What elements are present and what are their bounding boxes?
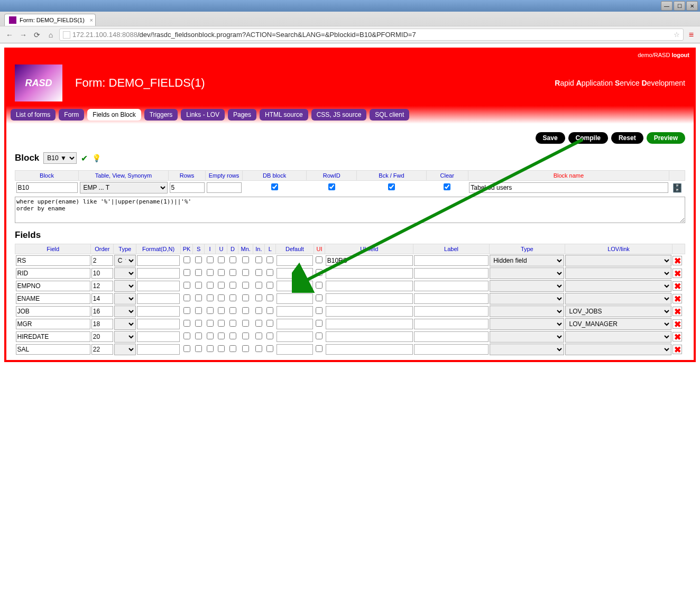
mn-checkbox[interactable] bbox=[242, 320, 249, 327]
uifield-input[interactable] bbox=[326, 331, 413, 342]
i-checkbox[interactable] bbox=[207, 345, 214, 352]
d-checkbox[interactable] bbox=[229, 269, 236, 276]
l-checkbox[interactable] bbox=[266, 294, 273, 301]
in-checkbox[interactable] bbox=[255, 282, 262, 289]
mn-checkbox[interactable] bbox=[242, 332, 249, 339]
type-select[interactable] bbox=[114, 331, 136, 343]
u-checkbox[interactable] bbox=[218, 307, 225, 314]
in-checkbox[interactable] bbox=[255, 269, 262, 276]
reload-icon[interactable]: ⟳ bbox=[32, 30, 42, 40]
label-input[interactable] bbox=[414, 268, 489, 279]
uifield-input[interactable] bbox=[326, 255, 413, 266]
uifield-input[interactable] bbox=[326, 281, 413, 291]
delete-row-icon[interactable]: ✖ bbox=[673, 319, 682, 329]
lov-select[interactable] bbox=[565, 293, 671, 304]
delete-row-icon[interactable]: ✖ bbox=[673, 281, 682, 291]
i-checkbox[interactable] bbox=[207, 332, 214, 339]
field-name-input[interactable] bbox=[16, 306, 90, 317]
d-checkbox[interactable] bbox=[229, 332, 236, 339]
type2-select[interactable] bbox=[490, 293, 564, 304]
bookmark-icon[interactable]: ☆ bbox=[674, 31, 680, 39]
lov-select[interactable] bbox=[565, 344, 671, 355]
default-input[interactable] bbox=[277, 331, 314, 342]
db-icon[interactable]: 🗄️ bbox=[672, 183, 683, 192]
mn-checkbox[interactable] bbox=[242, 282, 249, 289]
ui-checkbox[interactable] bbox=[316, 294, 323, 301]
s-checkbox[interactable] bbox=[195, 269, 202, 276]
field-name-input[interactable] bbox=[16, 331, 90, 342]
format-input[interactable] bbox=[137, 331, 180, 342]
ui-checkbox[interactable] bbox=[316, 269, 323, 276]
browser-tab[interactable]: Form: DEMO_FIELDS(1) × bbox=[4, 14, 96, 26]
type2-select[interactable] bbox=[490, 318, 564, 330]
field-name-input[interactable] bbox=[16, 344, 90, 355]
type2-select[interactable]: Hidden field bbox=[490, 255, 564, 266]
field-name-input[interactable] bbox=[16, 255, 90, 266]
delete-row-icon[interactable]: ✖ bbox=[673, 294, 682, 303]
pk-checkbox[interactable] bbox=[183, 307, 190, 314]
u-checkbox[interactable] bbox=[218, 345, 225, 352]
order-input[interactable] bbox=[91, 268, 113, 279]
order-input[interactable] bbox=[91, 319, 113, 329]
uifield-input[interactable] bbox=[326, 344, 413, 355]
l-checkbox[interactable] bbox=[266, 269, 273, 276]
l-checkbox[interactable] bbox=[266, 345, 273, 352]
i-checkbox[interactable] bbox=[207, 307, 214, 314]
default-input[interactable] bbox=[277, 281, 314, 291]
d-checkbox[interactable] bbox=[229, 282, 236, 289]
type2-select[interactable] bbox=[490, 344, 564, 355]
lov-select[interactable] bbox=[565, 280, 671, 292]
hamburger-icon[interactable]: ≡ bbox=[687, 30, 696, 40]
order-input[interactable] bbox=[91, 293, 113, 304]
type-select[interactable] bbox=[114, 280, 136, 292]
menu-triggers[interactable]: Triggers bbox=[144, 109, 178, 121]
format-input[interactable] bbox=[137, 319, 180, 329]
label-input[interactable] bbox=[414, 255, 489, 266]
d-checkbox[interactable] bbox=[229, 294, 236, 301]
order-input[interactable] bbox=[91, 331, 113, 342]
order-input[interactable] bbox=[91, 255, 113, 266]
delete-row-icon[interactable]: ✖ bbox=[673, 345, 682, 354]
type-select[interactable] bbox=[114, 306, 136, 317]
in-checkbox[interactable] bbox=[255, 345, 262, 352]
type2-select[interactable] bbox=[490, 306, 564, 317]
format-input[interactable] bbox=[137, 293, 180, 304]
preview-button[interactable]: Preview bbox=[647, 132, 685, 144]
l-checkbox[interactable] bbox=[266, 282, 273, 289]
save-button[interactable]: Save bbox=[536, 132, 565, 144]
label-input[interactable] bbox=[414, 293, 489, 304]
type-select[interactable] bbox=[114, 344, 136, 355]
d-checkbox[interactable] bbox=[229, 320, 236, 327]
label-input[interactable] bbox=[414, 281, 489, 291]
label-input[interactable] bbox=[414, 319, 489, 329]
delete-row-icon[interactable]: ✖ bbox=[673, 332, 682, 341]
mn-checkbox[interactable] bbox=[242, 269, 249, 276]
s-checkbox[interactable] bbox=[195, 345, 202, 352]
bulb-icon[interactable]: 💡 bbox=[92, 154, 101, 162]
back-icon[interactable]: ← bbox=[4, 30, 15, 40]
default-input[interactable] bbox=[277, 319, 314, 329]
menu-css-js-source[interactable]: CSS, JS source bbox=[311, 109, 367, 121]
empty-rows-input[interactable] bbox=[207, 182, 242, 193]
ui-checkbox[interactable] bbox=[316, 307, 323, 314]
uifield-input[interactable] bbox=[326, 319, 413, 329]
lov-select[interactable]: LOV_JOBS bbox=[565, 306, 671, 317]
delete-row-icon[interactable]: ✖ bbox=[673, 256, 682, 265]
pk-checkbox[interactable] bbox=[183, 332, 190, 339]
type2-select[interactable] bbox=[490, 331, 564, 343]
lov-select[interactable] bbox=[565, 331, 671, 343]
s-checkbox[interactable] bbox=[195, 332, 202, 339]
block-input[interactable] bbox=[16, 182, 78, 193]
default-input[interactable] bbox=[277, 293, 314, 304]
u-checkbox[interactable] bbox=[218, 256, 225, 263]
d-checkbox[interactable] bbox=[229, 256, 236, 263]
menu-sql-client[interactable]: SQL client bbox=[370, 109, 409, 121]
i-checkbox[interactable] bbox=[207, 269, 214, 276]
reset-button[interactable]: Reset bbox=[611, 132, 643, 144]
i-checkbox[interactable] bbox=[207, 256, 214, 263]
format-input[interactable] bbox=[137, 344, 180, 355]
lov-select[interactable] bbox=[565, 267, 671, 279]
pk-checkbox[interactable] bbox=[183, 294, 190, 301]
u-checkbox[interactable] bbox=[218, 282, 225, 289]
block-select[interactable]: B10 ▼ bbox=[43, 152, 77, 164]
